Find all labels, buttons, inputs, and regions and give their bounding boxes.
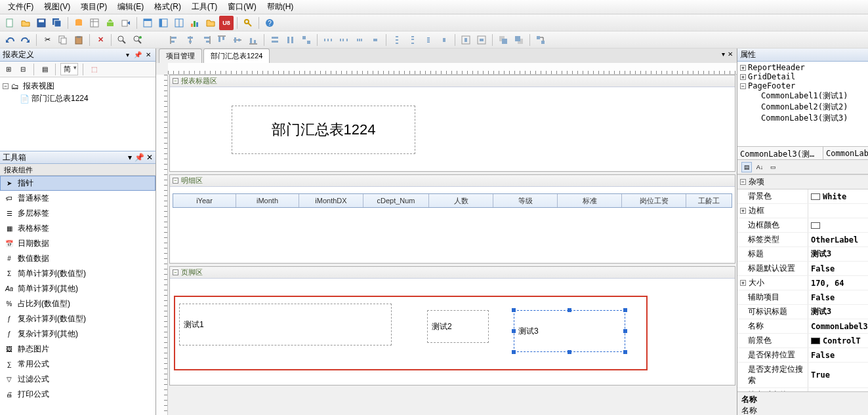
tab-order-icon[interactable] <box>533 33 548 47</box>
find-icon[interactable] <box>115 33 129 47</box>
hspace-remove-icon[interactable] <box>368 33 382 47</box>
prop-helper[interactable]: 辅助项目False <box>737 290 868 305</box>
key-icon[interactable] <box>241 16 255 30</box>
new-icon[interactable] <box>3 16 17 30</box>
tree-common-label-3[interactable]: CommonLabel3(测试3) <box>761 113 865 124</box>
layout2-icon[interactable] <box>156 16 171 30</box>
hspace-eq-icon[interactable] <box>321 33 335 47</box>
tree-common-label-2[interactable]: CommonLabel2(测试2) <box>761 102 865 113</box>
toolbox-item-print-formula[interactable]: 🖨打印公式 <box>0 387 155 402</box>
center-h-icon[interactable] <box>459 33 473 47</box>
toolbox-item-multi-label[interactable]: ☰多层标签 <box>0 206 155 221</box>
layout3-icon[interactable] <box>172 16 186 30</box>
copy-icon[interactable] <box>56 33 70 47</box>
tree-report-header[interactable]: +ReportHeader <box>740 63 865 72</box>
toolbox-item-pointer[interactable]: ➤指针 <box>0 176 155 191</box>
section-collapse-icon[interactable]: − <box>173 269 178 275</box>
property-grid[interactable]: −杂项 背景色White +边框 边框颜色 标签类型OtherLabel 标题测… <box>737 174 868 391</box>
property-page-icon[interactable]: ▭ <box>768 162 778 172</box>
prop-labeltype[interactable]: 标签类型OtherLabel <box>737 233 868 247</box>
common-label-1[interactable]: 测试1 <box>179 304 392 346</box>
toolbox-item-ratio-num[interactable]: %占比列(数值型) <box>0 296 155 311</box>
tab-project-manager[interactable]: 项目管理 <box>159 49 202 63</box>
prop-markable-caption[interactable]: 可标识标题测试3 <box>737 305 868 319</box>
vspace-inc-icon[interactable] <box>405 33 420 47</box>
same-size-icon[interactable] <box>299 33 314 47</box>
categorize-icon[interactable]: ▤ <box>741 162 752 172</box>
folder-icon[interactable] <box>203 16 218 30</box>
prop-forecolor[interactable]: 前景色ControlT <box>737 334 868 348</box>
toolbox-pin-icon[interactable]: 📌 <box>134 153 144 162</box>
save-all-icon[interactable] <box>50 16 64 30</box>
prop-backcolor[interactable]: 背景色White <box>737 189 868 204</box>
col-seniority-wage[interactable]: 工龄工 <box>686 194 732 207</box>
send-back-icon[interactable] <box>512 33 526 47</box>
alphabetical-icon[interactable]: A↓ <box>754 162 765 172</box>
help-icon[interactable]: ? <box>262 16 277 30</box>
vspace-dec-icon[interactable] <box>421 33 436 47</box>
col-iyear[interactable]: iYear <box>173 194 236 207</box>
col-imonthdx[interactable]: iMonthDX <box>299 194 363 207</box>
vspace-remove-icon[interactable] <box>437 33 451 47</box>
section-collapse-icon[interactable]: − <box>173 78 178 84</box>
toolbox-item-static-image[interactable]: 🖼静态图片 <box>0 342 155 357</box>
common-label-3-selected[interactable]: 测试3 <box>514 310 625 352</box>
align-top-icon[interactable] <box>215 33 229 47</box>
align-middle-v-icon[interactable] <box>230 33 245 47</box>
col-post-wage[interactable]: 岗位工资 <box>622 194 686 207</box>
toolbox-item-simple-calc-num[interactable]: Σ简单计算列(数值型) <box>0 266 155 281</box>
tabs-dropdown-icon[interactable]: ▾ <box>722 50 725 58</box>
property-object-selector[interactable]: CommonLabel3(测试3) CommonLabel <box>737 147 868 160</box>
delete-icon[interactable]: ✕ <box>93 33 108 47</box>
bring-front-icon[interactable] <box>496 33 510 47</box>
prop-name[interactable]: 名称CommonLabel3 <box>737 319 868 334</box>
tree-expand-icon[interactable]: ⊞ <box>3 64 14 75</box>
toolbox-item-number-data[interactable]: #数值数据 <box>0 251 155 266</box>
center-v-icon[interactable] <box>474 33 489 47</box>
col-people[interactable]: 人数 <box>429 194 493 207</box>
paste-icon[interactable] <box>72 33 86 47</box>
panel-close-icon[interactable]: ✕ <box>144 50 153 60</box>
prop-size[interactable]: +大小170, 64 <box>737 276 868 290</box>
tree-view-icon[interactable]: ▤ <box>39 64 51 75</box>
open-icon[interactable] <box>18 16 33 30</box>
table-icon[interactable] <box>87 16 102 30</box>
col-standard[interactable]: 标准 <box>558 194 622 207</box>
hspace-inc-icon[interactable] <box>337 33 351 47</box>
menu-help[interactable]: 帮助(H) <box>262 0 299 14</box>
object-tree[interactable]: +ReportHeader +GridDetail −PageFooter Co… <box>737 62 868 147</box>
tree-collapse-toggle-icon[interactable]: − <box>3 83 9 89</box>
export-icon[interactable] <box>119 16 133 30</box>
menu-window[interactable]: 窗口(W) <box>222 0 261 14</box>
tree-page-footer[interactable]: −PageFooter <box>740 81 865 90</box>
toolbox-item-complex-calc-other[interactable]: ƒ复杂计算列(其他) <box>0 326 155 342</box>
undo-icon[interactable] <box>3 33 17 47</box>
vspace-eq-icon[interactable] <box>390 33 404 47</box>
toolbox-item-table-label[interactable]: ▦表格标签 <box>0 221 155 236</box>
hspace-dec-icon[interactable] <box>352 33 367 47</box>
tab-active-report[interactable]: 部门汇总表1224 <box>203 49 270 63</box>
toolbox-item-complex-calc-num[interactable]: ƒ复杂计算列(数值型) <box>0 311 155 326</box>
menu-file[interactable]: 文件(F) <box>3 0 39 14</box>
align-left-icon[interactable] <box>167 33 182 47</box>
col-cdeptnum[interactable]: cDept_Num <box>363 194 429 207</box>
prop-support-locate-search[interactable]: 是否支持定位搜索True <box>737 363 868 388</box>
menu-edit[interactable]: 编辑(E) <box>112 0 149 14</box>
panel-dropdown-icon[interactable]: ▾ <box>123 50 132 60</box>
filter-select[interactable]: 简 <box>60 63 78 75</box>
same-width-icon[interactable] <box>268 33 282 47</box>
common-label-2[interactable]: 测试2 <box>427 310 489 343</box>
section-collapse-icon[interactable]: − <box>173 178 178 184</box>
design-surface[interactable]: − 报表标题区 部门汇总表1224 − 明细区 iYear <box>168 75 737 415</box>
replace-icon[interactable] <box>131 33 145 47</box>
menu-format[interactable]: 格式(R) <box>149 0 186 14</box>
prop-keep-position[interactable]: 是否保持位置False <box>737 348 868 363</box>
same-height-icon[interactable] <box>283 33 298 47</box>
layout1-icon[interactable] <box>140 16 155 30</box>
toolbox-dropdown-icon[interactable]: ▾ <box>128 153 132 162</box>
prop-bordercolor[interactable]: 边框颜色 <box>737 218 868 233</box>
tree-collapse-icon[interactable]: ⊟ <box>17 64 29 75</box>
redo-icon[interactable] <box>18 33 33 47</box>
u8-icon[interactable]: U8 <box>219 16 234 30</box>
section-header-title[interactable]: − 报表标题区 <box>170 75 735 87</box>
